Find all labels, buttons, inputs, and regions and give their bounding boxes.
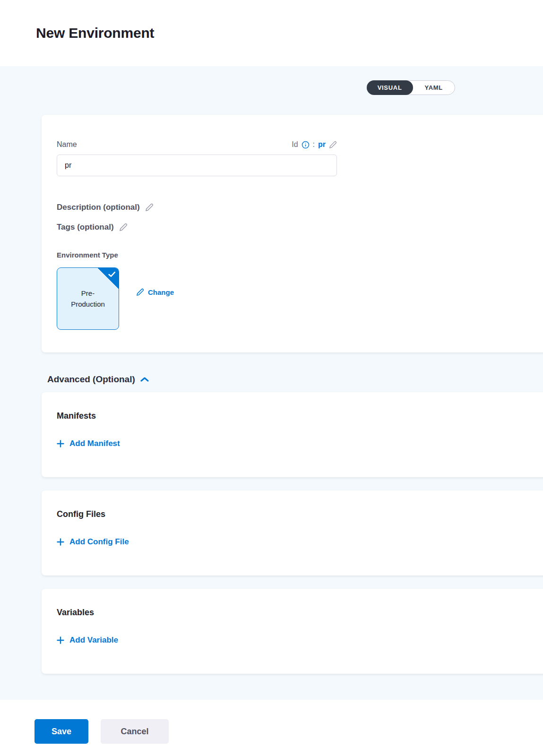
- id-value: pr: [318, 140, 326, 149]
- advanced-section-toggle[interactable]: Advanced (Optional): [47, 374, 543, 385]
- config-files-card: Config Files Add Config File: [42, 490, 543, 576]
- check-icon: [108, 271, 116, 277]
- form-panel: VISUAL YAML Name Id : pr: [0, 66, 543, 700]
- config-files-title: Config Files: [57, 509, 534, 519]
- add-manifest-label: Add Manifest: [69, 439, 120, 448]
- edit-description-icon[interactable]: [145, 203, 154, 212]
- environment-type-row: Pre-Production Change: [57, 267, 534, 330]
- toggle-yaml[interactable]: YAML: [413, 80, 455, 95]
- name-id-row: Name Id : pr: [57, 139, 337, 150]
- page-header: New Environment: [0, 0, 543, 66]
- add-manifest-button[interactable]: Add Manifest: [57, 439, 120, 448]
- add-config-file-label: Add Config File: [69, 537, 129, 547]
- add-variable-button[interactable]: Add Variable: [57, 636, 118, 645]
- description-label: Description (optional): [57, 203, 140, 212]
- save-button[interactable]: Save: [34, 719, 88, 744]
- manifests-title: Manifests: [57, 411, 534, 421]
- variables-card: Variables Add Variable: [42, 589, 543, 674]
- plus-icon: [57, 538, 64, 546]
- name-label: Name: [57, 140, 77, 149]
- tags-row: Tags (optional): [57, 223, 534, 232]
- info-icon[interactable]: [302, 141, 310, 149]
- add-config-file-button[interactable]: Add Config File: [57, 537, 129, 547]
- id-separator: :: [313, 140, 315, 149]
- plus-icon: [57, 440, 64, 447]
- environment-type-label: Environment Type: [57, 251, 534, 259]
- visual-yaml-toggle[interactable]: VISUAL YAML: [367, 80, 455, 95]
- toggle-visual[interactable]: VISUAL: [367, 80, 413, 95]
- plus-icon: [57, 636, 64, 644]
- page-title: New Environment: [36, 25, 154, 41]
- change-label: Change: [148, 288, 174, 296]
- selected-corner-fold: [97, 267, 119, 289]
- id-label: Id: [292, 140, 298, 149]
- environment-type-tile-label: Pre-Production: [67, 288, 109, 310]
- edit-change-icon: [136, 288, 144, 296]
- cancel-button[interactable]: Cancel: [101, 719, 169, 744]
- advanced-label: Advanced (Optional): [47, 374, 135, 385]
- view-mode-toggle-row: VISUAL YAML: [0, 80, 543, 95]
- description-row: Description (optional): [57, 203, 534, 212]
- footer-actions: Save Cancel: [0, 700, 543, 744]
- variables-title: Variables: [57, 608, 534, 618]
- id-row: Id : pr: [292, 140, 337, 149]
- edit-id-icon[interactable]: [329, 141, 337, 149]
- chevron-up-icon: [140, 377, 149, 382]
- tags-label: Tags (optional): [57, 223, 114, 232]
- environment-details-card: Name Id : pr: [42, 115, 543, 352]
- add-variable-label: Add Variable: [69, 636, 118, 645]
- change-environment-type-link[interactable]: Change: [136, 288, 174, 296]
- edit-tags-icon[interactable]: [119, 223, 128, 232]
- name-input[interactable]: [57, 155, 337, 176]
- manifests-card: Manifests Add Manifest: [42, 392, 543, 477]
- environment-type-tile-preproduction[interactable]: Pre-Production: [57, 267, 119, 330]
